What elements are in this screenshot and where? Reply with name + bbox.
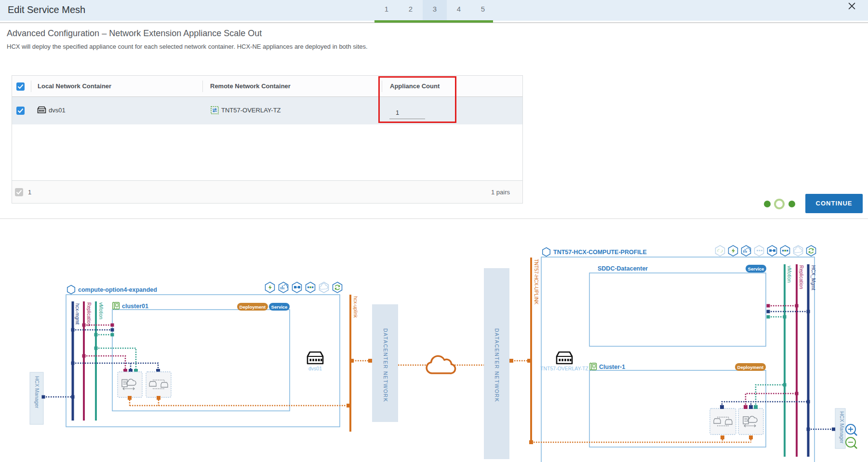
local-compute-profile: compute-option4-expanded hcx-mgmt Replic… bbox=[30, 282, 350, 427]
remote-uplink-label: TNT57-HCX-UPLINK bbox=[534, 259, 539, 305]
footer-checkbox-icon bbox=[15, 188, 23, 196]
local-service-icons bbox=[266, 282, 342, 293]
step-indicator: 1 2 3 4 5 bbox=[374, 0, 495, 21]
transport-zone-icon bbox=[211, 106, 219, 114]
progress-dots bbox=[764, 199, 798, 209]
table-footer: 1 1 pairs bbox=[12, 180, 522, 203]
step-3[interactable]: 3 bbox=[423, 0, 447, 21]
remote-datacenter-label: SDDC-Datacenter bbox=[598, 265, 648, 272]
wan-section: DATACENTER NETWORK DATACENTER NETWORK bbox=[350, 268, 531, 459]
local-replication-network-label: Replication bbox=[86, 302, 92, 326]
remote-mgmt-label: HCX_Mgmt bbox=[811, 265, 816, 290]
svg-text:HCX Manager: HCX Manager bbox=[839, 411, 845, 444]
remote-datacenter-box bbox=[589, 273, 766, 346]
local-uplink-label: hcx-uplink bbox=[353, 296, 358, 318]
remote-vmotion-label: vMotion bbox=[787, 266, 792, 283]
svg-text:HCX Manager: HCX Manager bbox=[34, 376, 40, 408]
step-1[interactable]: 1 bbox=[374, 0, 399, 21]
local-uplink-line: hcx-uplink bbox=[350, 295, 358, 432]
zoom-out-icon[interactable] bbox=[846, 437, 857, 448]
step-2[interactable]: 2 bbox=[399, 0, 423, 21]
compute-profile-icon bbox=[67, 285, 75, 294]
remote-sddc-connectors bbox=[768, 306, 808, 317]
progress-dot-icon bbox=[788, 201, 795, 207]
row-remote-name: TNT57-OVERLAY-TZ bbox=[221, 107, 281, 114]
close-icon[interactable] bbox=[848, 2, 859, 14]
step-5[interactable]: 5 bbox=[471, 0, 495, 21]
svg-text:Service: Service bbox=[748, 266, 764, 272]
continue-button[interactable]: CONTINUE bbox=[805, 194, 863, 213]
svg-text:Deployment: Deployment bbox=[737, 365, 764, 370]
selected-count: 1 bbox=[28, 189, 31, 196]
dvs01-switch: dvs01 bbox=[307, 352, 323, 371]
remote-compute-profile-label: TNT57-HCX-COMPUTE-PROFILE bbox=[553, 249, 647, 256]
remote-hcx-manager: HCX Manager bbox=[807, 408, 846, 448]
local-appliance-ne bbox=[146, 372, 171, 397]
wan-cloud-icon bbox=[427, 356, 455, 373]
network-container-table: Local Network Container Remote Network C… bbox=[12, 75, 523, 204]
remote-appliance-ix bbox=[738, 408, 763, 435]
row-checkbox[interactable] bbox=[16, 107, 25, 115]
remote-service-badge: Service bbox=[746, 265, 766, 272]
remote-cluster-label: Cluster-1 bbox=[599, 364, 625, 370]
cluster-icon bbox=[113, 302, 120, 309]
local-hcx-manager: HCX Manager bbox=[30, 372, 75, 424]
progress-ring-icon bbox=[774, 199, 785, 209]
remote-compute-profile: TNT57-HCX-COMPUTE-PROFILE SDDC-Datacente… bbox=[529, 245, 845, 462]
local-vmotion-network-label: vMotion bbox=[98, 302, 104, 319]
remote-overlay-switch-label: TNT57-OVERLAY-TZ bbox=[540, 366, 588, 371]
remote-appliance-ne bbox=[710, 408, 736, 435]
page-subtitle: HCX will deploy the specified appliance … bbox=[7, 43, 368, 50]
local-appliance-ix bbox=[118, 372, 142, 397]
local-compute-profile-label: compute-option4-expanded bbox=[78, 286, 157, 293]
local-deployment-badge: Deployment bbox=[237, 303, 268, 311]
remote-replication-label: Replication bbox=[799, 265, 804, 289]
local-service-badge: Service bbox=[269, 303, 290, 311]
column-header-remote: Remote Network Container bbox=[210, 82, 291, 90]
datacenter-network-right-label: DATACENTER NETWORK bbox=[494, 328, 500, 402]
table-row[interactable]: dvs01 TNT57-OVERLAY-TZ 1 bbox=[12, 97, 522, 124]
remote-deployment-badge: Deployment bbox=[735, 363, 766, 371]
pairs-count: 1 pairs bbox=[491, 189, 510, 196]
remote-overlay-switch: TNT57-OVERLAY-TZ bbox=[540, 352, 588, 371]
dvs-switch-icon bbox=[37, 106, 46, 114]
dialog-header: Edit Service Mesh 1 2 3 4 5 bbox=[0, 0, 868, 21]
select-all-checkbox[interactable] bbox=[16, 82, 25, 91]
remote-service-icons bbox=[716, 245, 816, 256]
row-local-name: dvs01 bbox=[49, 107, 66, 114]
column-divider bbox=[31, 81, 31, 92]
svg-text:Deployment: Deployment bbox=[240, 304, 266, 310]
annotation-highlight bbox=[378, 76, 456, 123]
step-4[interactable]: 4 bbox=[447, 0, 471, 21]
page-title: Advanced Configuration – Network Extensi… bbox=[7, 28, 262, 39]
service-mesh-topology-diagram: compute-option4-expanded hcx-mgmt Replic… bbox=[0, 218, 868, 462]
progress-dot-icon bbox=[764, 201, 771, 207]
step-progress-bar bbox=[374, 20, 493, 23]
column-divider bbox=[202, 81, 203, 92]
column-header-local: Local Network Container bbox=[38, 82, 111, 90]
compute-profile-icon bbox=[543, 248, 550, 257]
datacenter-network-left-label: DATACENTER NETWORK bbox=[383, 328, 388, 402]
local-mgmt-network-label: hcx-mgmt bbox=[75, 303, 80, 325]
remote-uplink-line: TNT57-HCX-UPLINK bbox=[531, 258, 539, 442]
zoom-in-icon[interactable] bbox=[846, 424, 857, 435]
local-cluster-label: cluster01 bbox=[122, 303, 148, 310]
svg-text:Service: Service bbox=[271, 304, 288, 310]
cluster-icon bbox=[590, 363, 597, 370]
dvs01-label: dvs01 bbox=[308, 366, 322, 371]
dialog-title: Edit Service Mesh bbox=[8, 4, 85, 15]
